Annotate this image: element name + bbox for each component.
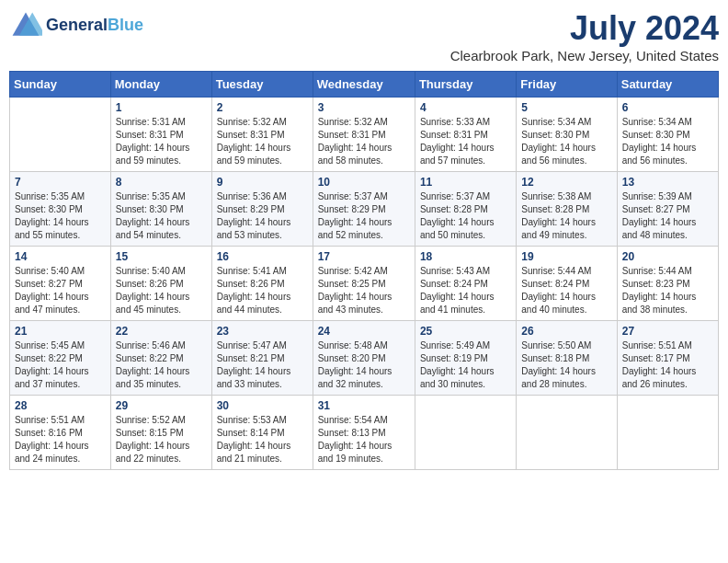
day-info: Sunrise: 5:53 AM Sunset: 8:14 PM Dayligh… <box>217 414 308 465</box>
day-number: 6 <box>622 101 713 114</box>
day-number: 18 <box>420 250 511 263</box>
day-info: Sunrise: 5:52 AM Sunset: 8:15 PM Dayligh… <box>116 414 207 465</box>
day-info: Sunrise: 5:40 AM Sunset: 8:27 PM Dayligh… <box>15 265 106 316</box>
day-number: 20 <box>622 250 713 263</box>
calendar-cell: 18Sunrise: 5:43 AM Sunset: 8:24 PM Dayli… <box>415 247 516 321</box>
calendar-cell: 16Sunrise: 5:41 AM Sunset: 8:26 PM Dayli… <box>211 247 313 321</box>
calendar-cell: 29Sunrise: 5:52 AM Sunset: 8:15 PM Dayli… <box>110 396 211 470</box>
day-info: Sunrise: 5:49 AM Sunset: 8:19 PM Dayligh… <box>420 339 511 391</box>
day-number: 16 <box>217 250 308 263</box>
calendar-cell: 2Sunrise: 5:32 AM Sunset: 8:31 PM Daylig… <box>211 98 313 172</box>
calendar-cell: 25Sunrise: 5:49 AM Sunset: 8:19 PM Dayli… <box>415 321 516 396</box>
day-info: Sunrise: 5:38 AM Sunset: 8:28 PM Dayligh… <box>521 190 611 242</box>
day-number: 12 <box>521 176 611 189</box>
day-number: 1 <box>116 101 207 114</box>
day-number: 25 <box>420 325 511 338</box>
calendar-cell: 27Sunrise: 5:51 AM Sunset: 8:17 PM Dayli… <box>617 321 718 396</box>
day-info: Sunrise: 5:37 AM Sunset: 8:28 PM Dayligh… <box>420 190 511 242</box>
day-info: Sunrise: 5:32 AM Sunset: 8:31 PM Dayligh… <box>217 116 308 167</box>
calendar-cell <box>617 396 718 470</box>
day-number: 28 <box>15 399 106 412</box>
day-info: Sunrise: 5:47 AM Sunset: 8:21 PM Dayligh… <box>217 339 308 391</box>
calendar-cell: 8Sunrise: 5:35 AM Sunset: 8:30 PM Daylig… <box>110 172 211 247</box>
calendar-header-sunday: Sunday <box>10 72 111 98</box>
day-number: 31 <box>318 399 410 412</box>
calendar-cell: 21Sunrise: 5:45 AM Sunset: 8:22 PM Dayli… <box>10 321 111 396</box>
calendar-cell: 9Sunrise: 5:36 AM Sunset: 8:29 PM Daylig… <box>211 172 313 247</box>
day-info: Sunrise: 5:32 AM Sunset: 8:31 PM Dayligh… <box>318 116 410 167</box>
calendar-cell: 3Sunrise: 5:32 AM Sunset: 8:31 PM Daylig… <box>313 98 415 172</box>
calendar-cell: 19Sunrise: 5:44 AM Sunset: 8:24 PM Dayli… <box>517 247 617 321</box>
calendar-cell: 24Sunrise: 5:48 AM Sunset: 8:20 PM Dayli… <box>313 321 415 396</box>
day-number: 3 <box>318 101 410 114</box>
day-number: 2 <box>217 101 308 114</box>
day-info: Sunrise: 5:35 AM Sunset: 8:30 PM Dayligh… <box>15 190 106 242</box>
calendar-table: SundayMondayTuesdayWednesdayThursdayFrid… <box>9 71 719 470</box>
day-info: Sunrise: 5:40 AM Sunset: 8:26 PM Dayligh… <box>116 265 207 316</box>
calendar-cell: 1Sunrise: 5:31 AM Sunset: 8:31 PM Daylig… <box>110 98 211 172</box>
day-info: Sunrise: 5:31 AM Sunset: 8:31 PM Dayligh… <box>116 116 207 167</box>
calendar-cell: 20Sunrise: 5:44 AM Sunset: 8:23 PM Dayli… <box>617 247 718 321</box>
logo-icon <box>9 9 42 42</box>
calendar-cell: 5Sunrise: 5:34 AM Sunset: 8:30 PM Daylig… <box>517 98 617 172</box>
day-info: Sunrise: 5:51 AM Sunset: 8:17 PM Dayligh… <box>622 339 713 391</box>
calendar-week-row: 14Sunrise: 5:40 AM Sunset: 8:27 PM Dayli… <box>10 247 719 321</box>
day-number: 10 <box>318 176 410 189</box>
calendar-header-wednesday: Wednesday <box>313 72 415 98</box>
day-number: 22 <box>116 325 207 338</box>
calendar-week-row: 28Sunrise: 5:51 AM Sunset: 8:16 PM Dayli… <box>10 396 719 470</box>
day-info: Sunrise: 5:36 AM Sunset: 8:29 PM Dayligh… <box>217 190 308 242</box>
day-number: 4 <box>420 101 511 114</box>
calendar-header-friday: Friday <box>517 72 617 98</box>
day-number: 26 <box>521 325 611 338</box>
day-info: Sunrise: 5:42 AM Sunset: 8:25 PM Dayligh… <box>318 265 410 316</box>
day-info: Sunrise: 5:46 AM Sunset: 8:22 PM Dayligh… <box>116 339 207 391</box>
calendar-cell: 4Sunrise: 5:33 AM Sunset: 8:31 PM Daylig… <box>415 98 516 172</box>
day-info: Sunrise: 5:41 AM Sunset: 8:26 PM Dayligh… <box>217 265 308 316</box>
calendar-cell: 14Sunrise: 5:40 AM Sunset: 8:27 PM Dayli… <box>10 247 111 321</box>
calendar-cell: 23Sunrise: 5:47 AM Sunset: 8:21 PM Dayli… <box>211 321 313 396</box>
day-number: 17 <box>318 250 410 263</box>
day-number: 14 <box>15 250 106 263</box>
calendar-cell <box>517 396 617 470</box>
calendar-week-row: 21Sunrise: 5:45 AM Sunset: 8:22 PM Dayli… <box>10 321 719 396</box>
day-info: Sunrise: 5:51 AM Sunset: 8:16 PM Dayligh… <box>15 414 106 465</box>
day-info: Sunrise: 5:33 AM Sunset: 8:31 PM Dayligh… <box>420 116 511 167</box>
calendar-cell: 13Sunrise: 5:39 AM Sunset: 8:27 PM Dayli… <box>617 172 718 247</box>
calendar-header-tuesday: Tuesday <box>211 72 313 98</box>
day-number: 13 <box>622 176 713 189</box>
calendar-header-thursday: Thursday <box>415 72 516 98</box>
logo-line1: GeneralBlue <box>46 17 143 35</box>
day-number: 29 <box>116 399 207 412</box>
calendar-header-monday: Monday <box>110 72 211 98</box>
day-number: 24 <box>318 325 410 338</box>
day-number: 21 <box>15 325 106 338</box>
calendar-cell: 15Sunrise: 5:40 AM Sunset: 8:26 PM Dayli… <box>110 247 211 321</box>
calendar-cell: 7Sunrise: 5:35 AM Sunset: 8:30 PM Daylig… <box>10 172 111 247</box>
calendar-cell: 30Sunrise: 5:53 AM Sunset: 8:14 PM Dayli… <box>211 396 313 470</box>
day-number: 15 <box>116 250 207 263</box>
calendar-cell <box>415 396 516 470</box>
day-info: Sunrise: 5:44 AM Sunset: 8:23 PM Dayligh… <box>622 265 713 316</box>
calendar-cell: 31Sunrise: 5:54 AM Sunset: 8:13 PM Dayli… <box>313 396 415 470</box>
day-info: Sunrise: 5:34 AM Sunset: 8:30 PM Dayligh… <box>622 116 713 167</box>
calendar-cell: 11Sunrise: 5:37 AM Sunset: 8:28 PM Dayli… <box>415 172 516 247</box>
title-area: July 2024 Clearbrook Park, New Jersey, U… <box>450 9 719 63</box>
day-info: Sunrise: 5:35 AM Sunset: 8:30 PM Dayligh… <box>116 190 207 242</box>
day-info: Sunrise: 5:48 AM Sunset: 8:20 PM Dayligh… <box>318 339 410 391</box>
page-header: GeneralBlue July 2024 Clearbrook Park, N… <box>9 9 719 63</box>
calendar-cell: 6Sunrise: 5:34 AM Sunset: 8:30 PM Daylig… <box>617 98 718 172</box>
location-title: Clearbrook Park, New Jersey, United Stat… <box>450 48 719 63</box>
calendar-week-row: 7Sunrise: 5:35 AM Sunset: 8:30 PM Daylig… <box>10 172 719 247</box>
calendar-week-row: 1Sunrise: 5:31 AM Sunset: 8:31 PM Daylig… <box>10 98 719 172</box>
day-info: Sunrise: 5:39 AM Sunset: 8:27 PM Dayligh… <box>622 190 713 242</box>
day-number: 30 <box>217 399 308 412</box>
day-number: 8 <box>116 176 207 189</box>
day-info: Sunrise: 5:50 AM Sunset: 8:18 PM Dayligh… <box>521 339 611 391</box>
calendar-header-saturday: Saturday <box>617 72 718 98</box>
calendar-cell: 10Sunrise: 5:37 AM Sunset: 8:29 PM Dayli… <box>313 172 415 247</box>
day-number: 5 <box>521 101 611 114</box>
calendar-header-row: SundayMondayTuesdayWednesdayThursdayFrid… <box>10 72 719 98</box>
calendar-cell <box>10 98 111 172</box>
day-number: 23 <box>217 325 308 338</box>
